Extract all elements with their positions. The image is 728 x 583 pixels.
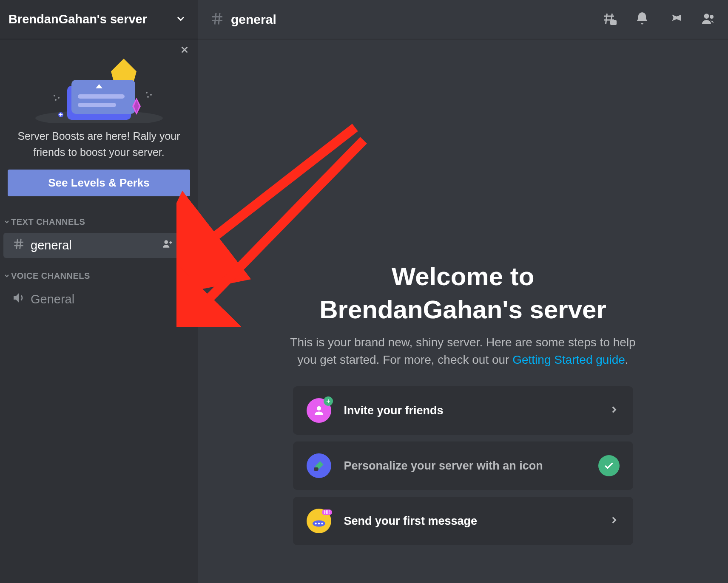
svg-point-44 (315, 523, 317, 525)
getting-started-link[interactable]: Getting Started guide (512, 353, 625, 366)
channel-voice-general[interactable]: General (3, 287, 194, 312)
svg-point-45 (318, 523, 320, 525)
invite-icon (307, 398, 331, 423)
add-voice-channel-icon[interactable] (177, 269, 189, 283)
boost-text: Server Boosts are here! Rally your frien… (8, 128, 190, 160)
toolbar-icons (601, 11, 716, 28)
svg-rect-7 (78, 103, 116, 107)
hash-icon (210, 11, 225, 28)
svg-point-15 (58, 97, 60, 99)
card-label: Send your first message (344, 515, 609, 528)
bell-icon[interactable] (634, 11, 650, 28)
channel-actions (162, 238, 188, 252)
card-label: Personalize your server with an icon (344, 459, 598, 473)
welcome-title: Welcome to BrendanGahan's server (319, 260, 606, 326)
card-first-message[interactable]: Hi! Send your first message (293, 497, 633, 545)
svg-line-24 (17, 239, 18, 249)
channel-sidebar: BrendanGahan's server (0, 0, 198, 583)
chat-icon: Hi! (307, 509, 331, 533)
svg-line-35 (219, 13, 220, 24)
chevron-right-icon (609, 515, 620, 527)
paintbrush-icon (307, 453, 331, 478)
current-channel-name: general (231, 12, 276, 27)
speaker-icon (12, 291, 26, 308)
svg-point-46 (321, 523, 323, 525)
add-text-channel-icon[interactable] (177, 215, 189, 229)
hash-icon (12, 237, 26, 254)
welcome-subtitle: This is your brand new, shiny server. He… (289, 334, 637, 368)
card-invite-friends[interactable]: Invite your friends (293, 386, 633, 435)
threads-icon[interactable] (601, 11, 617, 28)
svg-point-17 (146, 92, 148, 93)
channel-title: general (210, 11, 601, 28)
svg-point-26 (164, 240, 168, 244)
text-channels-header: TEXT CHANNELS (0, 205, 198, 232)
members-icon[interactable] (701, 11, 716, 28)
boost-illustration (8, 47, 190, 123)
svg-line-25 (20, 239, 21, 249)
channel-top-bar: general (198, 0, 728, 39)
svg-point-14 (54, 95, 55, 96)
create-invite-icon[interactable] (162, 238, 173, 252)
main-area: general Welcome to BrendanGah (198, 0, 728, 583)
svg-rect-6 (78, 94, 125, 99)
channel-name: General (31, 292, 188, 306)
text-channels-title[interactable]: TEXT CHANNELS (3, 217, 85, 227)
chevron-down-icon (175, 13, 187, 26)
card-personalize[interactable]: Personalize your server with an icon (293, 441, 633, 490)
svg-rect-42 (314, 467, 318, 471)
check-icon (598, 455, 620, 476)
chevron-right-icon (609, 404, 620, 417)
server-header[interactable]: BrendanGahan's server (0, 0, 198, 39)
boost-card: Server Boosts are here! Rally your frien… (0, 39, 198, 205)
voice-channels-title[interactable]: VOICE CHANNELS (3, 271, 90, 281)
voice-channels-header: VOICE CHANNELS (0, 259, 198, 286)
svg-line-34 (215, 13, 216, 24)
svg-point-18 (150, 94, 152, 96)
channel-text-general[interactable]: general (3, 233, 194, 258)
svg-point-38 (710, 15, 714, 19)
gear-icon[interactable] (177, 238, 188, 252)
server-name: BrendanGahan's server (9, 12, 147, 26)
pin-icon[interactable] (668, 11, 683, 28)
boost-levels-button[interactable]: See Levels & Perks (8, 170, 190, 196)
card-label: Invite your friends (344, 404, 609, 417)
svg-point-19 (147, 96, 149, 98)
svg-point-39 (317, 406, 321, 410)
welcome-screen: Welcome to BrendanGahan's server This is… (198, 39, 728, 583)
channel-name: general (31, 238, 162, 252)
svg-rect-36 (610, 20, 617, 25)
svg-point-16 (55, 99, 57, 101)
app-root: BrendanGahan's server (0, 0, 728, 583)
svg-point-37 (704, 14, 709, 19)
